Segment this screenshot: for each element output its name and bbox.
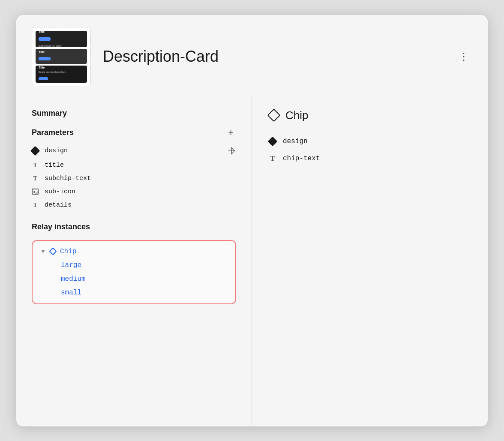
param-name-design: design: [45, 147, 68, 154]
param-name-title: title: [45, 162, 64, 169]
param-name-sub-icon: sub-icon: [45, 188, 75, 195]
body: Summary Parameters + design: [16, 95, 488, 426]
right-diamond-filled-icon: [268, 136, 278, 146]
image-icon: [32, 189, 39, 195]
param-name-subchip-text: subchip-text: [45, 175, 91, 182]
diamond-filled-icon: [30, 146, 40, 156]
relay-sub-list: large medium small: [40, 261, 228, 297]
param-details: T details: [32, 201, 236, 209]
design-arrow-icon[interactable]: [227, 146, 236, 156]
right-panel: Chip design T chip-text: [252, 95, 488, 426]
param-sub-icon: sub-icon: [32, 188, 236, 195]
relay-sub-item-large[interactable]: large: [61, 261, 228, 269]
thumbnail: Title Subtitle more text below Title Tit…: [32, 27, 91, 86]
text-t-icon-3: T: [32, 201, 39, 209]
left-panel: Summary Parameters + design: [16, 95, 252, 426]
relay-instances-label: Relay instances: [32, 222, 236, 231]
relay-header[interactable]: ▼ Chip: [40, 248, 228, 255]
chevron-down-icon: ▼: [40, 248, 46, 255]
header: Title Subtitle more text below Title Tit…: [16, 15, 488, 95]
right-param-name-design: design: [283, 138, 308, 145]
page-title: Description-Card: [103, 48, 443, 66]
relay-instances-section: Relay instances ▼ Chip large medium smal…: [32, 222, 236, 304]
right-param-list: design T chip-text: [269, 138, 471, 162]
relay-chip-title: Chip: [60, 248, 76, 255]
right-param-chip-text: T chip-text: [269, 155, 471, 162]
right-param-name-chip-text: chip-text: [283, 155, 320, 162]
relay-box: ▼ Chip large medium small: [32, 240, 236, 304]
text-t-icon: T: [32, 162, 39, 169]
relay-diamond-outline-icon: [49, 247, 57, 255]
param-name-details: details: [45, 201, 72, 209]
main-card: Title Subtitle more text below Title Tit…: [16, 15, 488, 426]
param-subchip-text: T subchip-text: [32, 175, 236, 182]
add-parameter-button[interactable]: +: [225, 126, 236, 139]
more-button[interactable]: ⋮: [455, 49, 472, 64]
parameters-label: Parameters: [32, 128, 74, 137]
chip-diamond-outline-icon: [267, 108, 280, 122]
relay-sub-item-medium[interactable]: medium: [61, 275, 228, 283]
param-title: T title: [32, 162, 236, 169]
right-header: Chip: [269, 109, 471, 122]
text-t-icon-2: T: [32, 175, 39, 182]
right-chip-title: Chip: [285, 109, 308, 122]
parameters-header: Parameters +: [32, 126, 236, 139]
right-text-t-icon: T: [269, 155, 276, 162]
parameter-list: design T title T: [32, 146, 236, 209]
param-design: design: [32, 146, 236, 156]
summary-label: Summary: [32, 109, 236, 118]
right-param-design: design: [269, 138, 471, 145]
relay-sub-item-small[interactable]: small: [61, 289, 228, 297]
